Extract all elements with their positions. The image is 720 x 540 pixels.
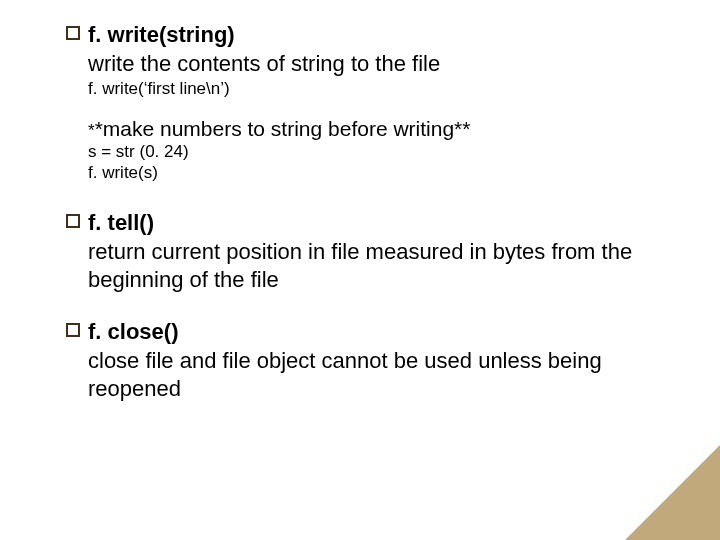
bullet-icon (66, 26, 80, 40)
bullet-icon (66, 214, 80, 228)
note-write: **make numbers to string before writing*… (88, 117, 660, 141)
desc-close: close file and file object cannot be use… (88, 347, 660, 402)
desc-tell: return current position in file measured… (88, 238, 660, 293)
heading-tell: f. tell() (88, 210, 660, 236)
code-write-2: s = str (0. 24) (88, 141, 660, 162)
heading-write: f. write(string) (88, 22, 660, 48)
bullet-icon (66, 323, 80, 337)
desc-write: write the contents of string to the file (88, 50, 660, 78)
code-write-1: f. write(‘first line\n’) (88, 78, 660, 99)
section-close: f. close() close file and file object ca… (88, 319, 660, 402)
heading-tell-text: f. tell() (88, 210, 154, 235)
section-tell: f. tell() return current position in fil… (88, 210, 660, 293)
slide: f. write(string) write the contents of s… (0, 0, 720, 540)
heading-close-text: f. close() (88, 319, 178, 344)
note-text: *make numbers to string before writing** (95, 117, 471, 140)
code-write-3: f. write(s) (88, 162, 660, 183)
corner-accent-icon (625, 445, 720, 540)
heading-write-text: f. write(string) (88, 22, 235, 47)
slide-content: f. write(string) write the contents of s… (88, 22, 660, 428)
note-star: * (88, 121, 95, 140)
heading-close: f. close() (88, 319, 660, 345)
section-write: f. write(string) write the contents of s… (88, 22, 660, 184)
